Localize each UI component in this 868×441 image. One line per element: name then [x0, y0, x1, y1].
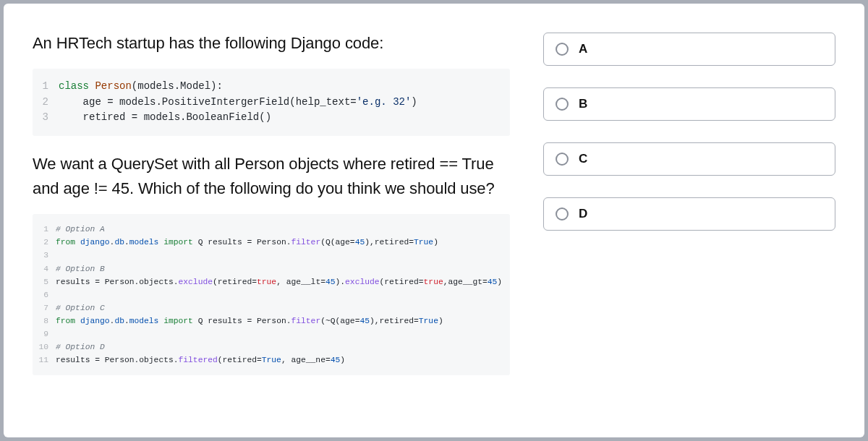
line-number: 8 [38, 314, 56, 327]
code-content: # Option B [56, 262, 506, 275]
answer-label: C [579, 152, 587, 166]
line-number: 2 [38, 236, 56, 249]
code-content: retired = models.BooleanField() [59, 110, 506, 126]
code-line: 2 age = models.PositiveIntergerField(hel… [40, 95, 506, 111]
code-content: from django.db.models import Q results =… [56, 314, 506, 327]
answer-label: D [579, 207, 587, 221]
line-number: 7 [38, 301, 56, 314]
code-block-model: 1class Person(models.Model):2 age = mode… [33, 69, 510, 136]
code-block-options: 1# Option A2from django.db.models import… [33, 214, 510, 375]
code-content: from django.db.models import Q results =… [56, 236, 506, 249]
code-line: 5results = Person.objects.exclude(retire… [38, 275, 506, 288]
code-line: 10# Option D [38, 341, 506, 354]
code-line: 8from django.db.models import Q results … [38, 314, 506, 327]
code-content: # Option A [56, 223, 506, 236]
question-column: An HRTech startup has the following Djan… [33, 31, 510, 417]
code-line: 3 [38, 249, 506, 262]
line-number: 1 [40, 79, 59, 95]
answer-label: A [579, 42, 587, 56]
line-number: 2 [40, 95, 59, 111]
code-line: 3 retired = models.BooleanField() [40, 110, 506, 126]
code-content [56, 288, 506, 301]
quiz-card: An HRTech startup has the following Djan… [4, 4, 864, 437]
line-number: 6 [38, 288, 56, 301]
line-number: 11 [38, 354, 56, 367]
code-content: age = models.PositiveIntergerField(help_… [59, 95, 506, 111]
answer-option-d[interactable]: D [543, 197, 835, 231]
code-line: 1class Person(models.Model): [40, 79, 506, 95]
answers-column: A B C D [543, 31, 835, 417]
radio-icon [556, 98, 569, 111]
line-number: 4 [38, 262, 56, 275]
code-content [56, 249, 506, 262]
code-content: # Option C [56, 301, 506, 314]
answer-option-b[interactable]: B [543, 87, 835, 121]
line-number: 9 [38, 327, 56, 341]
radio-icon [556, 207, 569, 220]
line-number: 5 [38, 275, 56, 288]
code-line: 7# Option C [38, 301, 506, 314]
code-line: 2from django.db.models import Q results … [38, 236, 506, 249]
code-line: 4# Option B [38, 262, 506, 275]
code-content: results = Person.objects.filtered(retire… [56, 354, 506, 367]
code-line: 6 [38, 288, 506, 301]
line-number: 1 [38, 223, 56, 236]
answer-option-c[interactable]: C [543, 142, 835, 176]
code-line: 11results = Person.objects.filtered(reti… [38, 354, 506, 367]
code-line: 9 [38, 327, 506, 341]
radio-icon [556, 43, 569, 56]
question-intro: An HRTech startup has the following Djan… [33, 31, 510, 56]
answer-option-a[interactable]: A [543, 33, 835, 66]
line-number: 10 [38, 341, 56, 354]
line-number: 3 [38, 249, 56, 262]
radio-icon [556, 153, 569, 166]
answer-label: B [579, 97, 587, 111]
code-line: 1# Option A [38, 223, 506, 236]
code-content: results = Person.objects.exclude(retired… [56, 275, 506, 288]
code-content: class Person(models.Model): [59, 79, 506, 95]
question-tail: We want a QuerySet with all Person objec… [33, 152, 510, 201]
line-number: 3 [40, 110, 59, 126]
code-content [56, 327, 506, 341]
code-content: # Option D [56, 341, 506, 354]
